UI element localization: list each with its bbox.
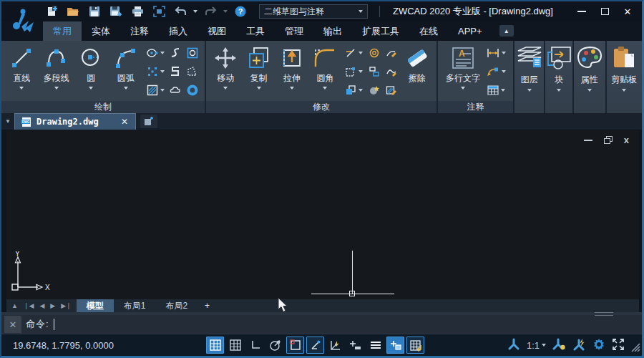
preview-icon[interactable] [150, 4, 167, 19]
snap-tracking-toggle-icon[interactable] [326, 337, 344, 354]
save-icon[interactable] [86, 4, 103, 19]
explode-button[interactable] [366, 81, 382, 100]
mtext-button[interactable]: A 多行文字 [441, 42, 485, 101]
snap-toggle-icon[interactable] [226, 337, 244, 354]
viewport-sync-toggle-icon[interactable] [406, 337, 424, 354]
table-button[interactable] [485, 85, 507, 95]
panel-block-button[interactable]: 块 [545, 41, 572, 113]
edit-spline-button[interactable] [384, 62, 399, 81]
layout-list-icon[interactable]: ▲ [9, 302, 20, 309]
help-icon[interactable]: ? [232, 4, 249, 19]
leader-dropdown-icon[interactable] [502, 70, 506, 73]
edit-hatch-button[interactable] [384, 81, 399, 100]
layout-last-icon[interactable]: ▶❘ [59, 302, 73, 309]
circle-button[interactable]: 圆 [74, 42, 109, 101]
donut-button[interactable] [185, 81, 200, 100]
layout-tab-layout2[interactable]: 布局2 [155, 299, 197, 312]
array-button[interactable] [343, 81, 365, 100]
dynamic-input-toggle-icon[interactable] [386, 337, 404, 354]
circle-dropdown-icon[interactable] [89, 87, 93, 90]
doc-tab-flyout-icon[interactable]: ▼ [1, 113, 14, 130]
annotate-panel-label[interactable]: 注释 [438, 101, 513, 113]
point-button[interactable] [145, 62, 166, 81]
annotation-visibility-icon[interactable] [552, 338, 566, 353]
draw-panel-label[interactable]: 绘制 [1, 101, 205, 113]
wipeout-button[interactable] [185, 62, 200, 81]
polyline-button[interactable]: 多段线 [39, 42, 74, 101]
line-dropdown-icon[interactable] [19, 87, 24, 90]
minimize-button[interactable] [572, 4, 592, 19]
arc-dropdown-icon[interactable] [124, 87, 128, 90]
new-document-tab-icon[interactable] [140, 115, 157, 128]
new-file-icon[interactable] [43, 4, 60, 19]
save-as-icon[interactable] [107, 4, 125, 19]
workspace-selector[interactable]: 二维草图与注释 [259, 4, 368, 19]
layout-tab-add-icon[interactable]: + [197, 299, 217, 312]
doc-minimize-icon[interactable] [584, 140, 592, 141]
polar-tracking-toggle-icon[interactable] [266, 337, 284, 354]
ortho-toggle-icon[interactable] [246, 337, 264, 354]
ribbon-collapse-icon[interactable]: ▲ [499, 25, 514, 37]
array-dropdown-icon[interactable] [358, 89, 363, 92]
auto-annotation-icon[interactable] [572, 338, 586, 353]
command-caret[interactable] [54, 319, 54, 330]
command-close-icon[interactable]: ✕ [4, 316, 21, 333]
dimension-button[interactable] [485, 48, 507, 58]
tab-solid[interactable]: 实体 [82, 21, 120, 41]
edit-polyline-button[interactable] [384, 44, 399, 62]
panel-clipboard-button[interactable]: 剪贴板 [607, 41, 642, 113]
resize-grip[interactable] [629, 341, 640, 354]
polyline-3d-button[interactable] [167, 62, 183, 81]
redo-dropdown-icon[interactable] [223, 10, 228, 13]
tab-tools[interactable]: 工具 [236, 21, 275, 41]
tab-online[interactable]: 在线 [409, 21, 448, 41]
app-logo-icon[interactable] [7, 3, 39, 39]
doc-restore-icon[interactable] [604, 136, 613, 144]
scale-button[interactable] [343, 62, 365, 81]
settings-gear-icon[interactable] [592, 338, 605, 353]
layout-tab-model[interactable]: 模型 [77, 299, 114, 312]
object-snap-toggle-icon[interactable] [286, 337, 304, 354]
stretch-button[interactable]: 拉伸 [275, 42, 308, 101]
fillet-button[interactable]: 圆角 [308, 42, 341, 101]
undo-dropdown-icon[interactable] [193, 10, 197, 13]
grid-toggle-icon[interactable] [206, 337, 224, 354]
trim-button[interactable] [343, 44, 365, 62]
fullscreen-icon[interactable] [612, 338, 625, 353]
dimension-dropdown-icon[interactable] [502, 52, 506, 54]
open-file-icon[interactable] [64, 4, 82, 19]
document-tab-active[interactable]: DWG Drawing2.dwg ✕ [14, 113, 136, 130]
scale-dropdown-icon[interactable] [358, 70, 363, 73]
tab-view[interactable]: 视图 [197, 21, 236, 41]
layout-tab-layout1[interactable]: 布局1 [114, 299, 156, 312]
object-snap-angle-toggle-icon[interactable] [306, 337, 324, 354]
hatch-dropdown-icon[interactable] [160, 89, 165, 92]
layout-next-icon[interactable]: ▶ [48, 302, 57, 309]
tab-home[interactable]: 常用 [43, 21, 82, 41]
panel-layers-button[interactable]: 图层 [514, 41, 545, 113]
copy-dropdown-icon[interactable] [257, 87, 261, 90]
modify-panel-label[interactable]: 修改 [206, 101, 436, 113]
annotation-scale-icon[interactable] [507, 338, 520, 353]
undo-icon[interactable] [172, 4, 189, 19]
mtext-dropdown-icon[interactable] [461, 87, 465, 90]
arc-button[interactable]: 圆弧 [109, 42, 144, 101]
close-button[interactable]: ✕ [618, 4, 638, 19]
layout-first-icon[interactable]: ❘◀ [21, 302, 36, 309]
doc-close-icon[interactable]: x [624, 137, 629, 144]
hatch-button[interactable] [145, 81, 166, 100]
status-menu-icon[interactable] [366, 337, 384, 354]
drawing-canvas[interactable]: x Y X [6, 130, 639, 299]
lineweight-toggle-icon[interactable] [346, 337, 364, 354]
erase-button[interactable]: 擦除 [401, 42, 434, 101]
maximize-button[interactable] [595, 4, 615, 19]
print-icon[interactable] [129, 4, 146, 19]
line-button[interactable]: 直线 [4, 42, 39, 101]
revision-cloud-button[interactable] [167, 81, 183, 100]
tab-manage[interactable]: 管理 [275, 21, 313, 41]
stretch-dropdown-icon[interactable] [290, 87, 294, 90]
align-button[interactable] [366, 62, 382, 81]
tab-insert[interactable]: 插入 [159, 21, 197, 41]
fillet-dropdown-icon[interactable] [323, 87, 327, 90]
polyline-dropdown-icon[interactable] [54, 87, 59, 90]
